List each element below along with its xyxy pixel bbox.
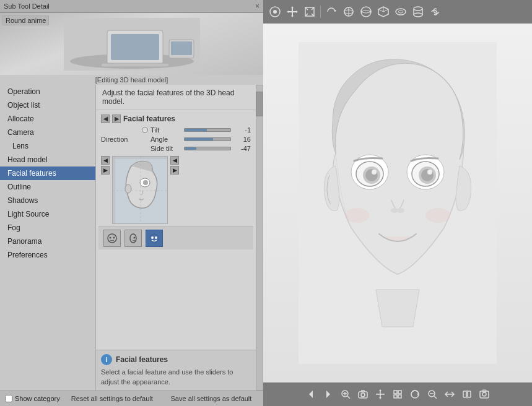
close-button[interactable]: × xyxy=(255,2,259,11)
toolbar-box-icon[interactable] xyxy=(375,4,391,20)
svg-point-19 xyxy=(134,237,136,239)
svg-point-21 xyxy=(151,236,154,239)
svg-line-41 xyxy=(378,9,383,12)
right-panel xyxy=(263,0,532,406)
toolbar-scale-icon[interactable] xyxy=(302,4,318,20)
sidebar-item-facial-features[interactable]: Facial features xyxy=(0,166,95,180)
subtool-title: Sub Tool Detail xyxy=(4,2,50,10)
show-category-label[interactable]: Show category xyxy=(5,395,60,402)
sidebar-item-panorama[interactable]: Panorama xyxy=(0,235,95,248)
zoom2-bottom-icon[interactable] xyxy=(424,386,440,402)
svg-rect-14 xyxy=(113,157,115,224)
view-second-right-btn[interactable]: ▶ xyxy=(170,166,179,175)
toolbar-move-icon[interactable] xyxy=(284,4,300,20)
svg-marker-25 xyxy=(291,6,294,8)
view-second-left-btn[interactable]: ◀ xyxy=(170,156,179,165)
sidebar-item-outline[interactable]: Outline xyxy=(0,180,95,194)
toolbar-sphere-icon[interactable] xyxy=(358,4,374,20)
screenshot-bottom-icon[interactable] xyxy=(476,386,492,402)
face-side-btn[interactable] xyxy=(124,230,142,247)
grid-bottom-icon[interactable] xyxy=(390,386,406,402)
head-preview-svg xyxy=(113,157,168,224)
side-tilt-spacer xyxy=(142,145,148,152)
nav-prev-btn[interactable] xyxy=(303,386,319,402)
face-active-btn[interactable] xyxy=(146,230,163,247)
toolbar-sep-1 xyxy=(320,6,321,18)
camera-bottom-icon[interactable] xyxy=(355,386,371,402)
sidebar-item-shadows[interactable]: Shadows xyxy=(0,194,95,207)
toolbar-orbit-icon[interactable] xyxy=(341,4,357,20)
head-preview xyxy=(112,156,168,224)
toolbar-camera-icon[interactable] xyxy=(267,4,283,20)
toolbar-torus-icon[interactable] xyxy=(393,4,409,20)
svg-point-18 xyxy=(130,234,136,243)
tool-preview: Round anime xyxy=(0,13,263,75)
direction-label: Direction xyxy=(101,136,138,143)
save-default-button[interactable]: Save all settings as default xyxy=(164,394,258,404)
reset-button[interactable]: Reset all settings to default xyxy=(65,394,159,404)
tilt-slider[interactable] xyxy=(184,128,231,132)
svg-point-44 xyxy=(398,11,403,13)
show-category-checkbox[interactable] xyxy=(5,395,12,402)
sidebar-item-head-model[interactable]: Head model xyxy=(0,153,95,166)
controls-section: ◀ ▶ Facial features Direction Tilt xyxy=(96,110,256,350)
view-right-btn[interactable]: ▶ xyxy=(101,166,110,175)
svg-point-15 xyxy=(108,234,116,243)
sidebar-item-light-source[interactable]: Light Source xyxy=(0,207,95,221)
section-header: ◀ ▶ Facial features xyxy=(98,113,253,125)
svg-line-81 xyxy=(434,396,437,399)
scrollbar-thumb[interactable] xyxy=(256,92,263,116)
toolbar-cylinder-icon[interactable] xyxy=(410,4,426,20)
info-icon: i xyxy=(101,354,112,365)
svg-rect-77 xyxy=(398,395,401,398)
svg-point-43 xyxy=(396,9,406,15)
svg-point-46 xyxy=(414,13,422,17)
preview-svg xyxy=(64,18,200,71)
sidebar-item-operation[interactable]: Operation xyxy=(0,85,95,98)
anime-head-3d-svg xyxy=(299,42,497,364)
icon-row xyxy=(98,227,253,249)
preview-caption: [Editing 3D head model] xyxy=(0,75,263,85)
rotation-bottom-icon[interactable] xyxy=(407,386,423,402)
info-text: Select a facial feature and use the slid… xyxy=(101,368,251,387)
tilt-value: -1 xyxy=(233,126,251,134)
section-title: Facial features xyxy=(123,114,175,123)
description-bar: Adjust the facial features of the 3D hea… xyxy=(96,85,256,110)
sidebar-item-camera[interactable]: Camera xyxy=(0,126,95,139)
svg-marker-34 xyxy=(334,10,336,12)
move-bottom-icon[interactable] xyxy=(372,386,388,402)
sidebar-item-allocate[interactable]: Allocate xyxy=(0,112,95,126)
tool-name-label: Round anime xyxy=(2,15,49,25)
mirror-bottom-icon[interactable] xyxy=(459,386,475,402)
angle-slider[interactable] xyxy=(184,137,231,141)
sidebar-nav: Operation Object list Allocate Camera Le… xyxy=(0,85,96,391)
toolbar-rotate-icon[interactable] xyxy=(323,4,339,20)
flip-bottom-icon[interactable] xyxy=(442,386,458,402)
sidebar-item-object-list[interactable]: Object list xyxy=(0,98,95,112)
view-left-btn[interactable]: ◀ xyxy=(101,156,110,165)
side-tilt-label: Side tilt xyxy=(150,145,181,152)
toolbar-chain-icon[interactable] xyxy=(427,4,443,20)
svg-marker-72 xyxy=(379,389,382,391)
svg-point-38 xyxy=(361,7,371,17)
sidebar-item-preferences[interactable]: Preferences xyxy=(0,248,95,262)
info-title-row: i Facial features xyxy=(101,354,251,365)
face-front-btn[interactable] xyxy=(103,230,121,247)
sidebar-item-lens[interactable]: Lens xyxy=(0,139,95,153)
svg-point-16 xyxy=(110,237,111,239)
svg-point-63 xyxy=(425,208,450,223)
zoom-icon[interactable] xyxy=(338,386,354,402)
sidebar-item-fog[interactable]: Fog xyxy=(0,221,95,235)
svg-marker-73 xyxy=(379,397,382,399)
viewport-3d[interactable] xyxy=(263,24,532,382)
collapse-left-btn[interactable]: ◀ xyxy=(101,114,110,123)
svg-rect-84 xyxy=(468,391,471,397)
svg-point-17 xyxy=(113,237,115,239)
collapse-right-btn[interactable]: ▶ xyxy=(112,114,121,123)
nav-next-btn[interactable] xyxy=(320,386,336,402)
side-tilt-slider[interactable] xyxy=(184,147,231,150)
tilt-label: Tilt xyxy=(150,126,181,134)
svg-rect-3 xyxy=(111,34,159,60)
svg-point-71 xyxy=(361,393,365,397)
vertical-scrollbar[interactable] xyxy=(256,85,263,391)
